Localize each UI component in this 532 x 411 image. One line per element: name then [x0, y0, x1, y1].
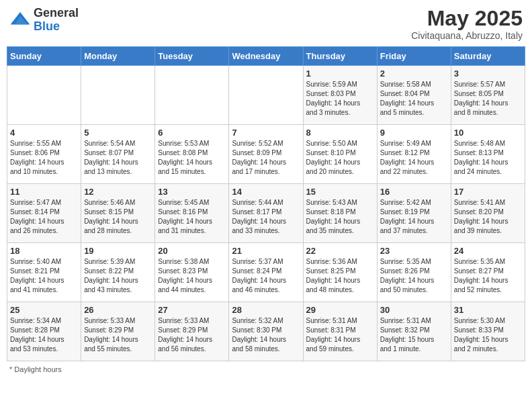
- day-number: 20: [158, 246, 226, 256]
- day-number: 7: [232, 128, 300, 138]
- day-number: 16: [380, 187, 448, 197]
- week-row-3: 11Sunrise: 5:47 AM Sunset: 8:14 PM Dayli…: [7, 184, 525, 243]
- calendar-cell: 13Sunrise: 5:45 AM Sunset: 8:16 PM Dayli…: [155, 184, 229, 243]
- calendar-cell: 24Sunrise: 5:35 AM Sunset: 8:27 PM Dayli…: [451, 243, 525, 302]
- week-row-4: 18Sunrise: 5:40 AM Sunset: 8:21 PM Dayli…: [7, 243, 525, 302]
- day-info: Sunrise: 5:40 AM Sunset: 8:21 PM Dayligh…: [10, 257, 78, 295]
- day-number: 19: [84, 246, 152, 256]
- day-info: Sunrise: 5:42 AM Sunset: 8:19 PM Dayligh…: [380, 198, 448, 236]
- day-number: 25: [10, 305, 78, 315]
- day-info: Sunrise: 5:54 AM Sunset: 8:07 PM Dayligh…: [84, 139, 152, 177]
- footer-text: Daylight hours: [14, 365, 61, 373]
- day-number: 31: [454, 305, 522, 315]
- day-number: 29: [306, 305, 374, 315]
- day-info: Sunrise: 5:39 AM Sunset: 8:22 PM Dayligh…: [84, 257, 152, 295]
- calendar-cell: 29Sunrise: 5:31 AM Sunset: 8:31 PM Dayli…: [303, 302, 377, 361]
- day-info: Sunrise: 5:37 AM Sunset: 8:24 PM Dayligh…: [232, 257, 300, 295]
- day-number: 3: [454, 68, 522, 79]
- calendar-cell: 5Sunrise: 5:54 AM Sunset: 8:07 PM Daylig…: [81, 125, 155, 184]
- day-number: 28: [232, 305, 300, 315]
- calendar-cell: 21Sunrise: 5:37 AM Sunset: 8:24 PM Dayli…: [229, 243, 303, 302]
- day-info: Sunrise: 5:35 AM Sunset: 8:27 PM Dayligh…: [454, 257, 522, 295]
- day-info: Sunrise: 5:59 AM Sunset: 8:03 PM Dayligh…: [306, 80, 374, 118]
- page-header: General Blue May 2025 Civitaquana, Abruz…: [7, 7, 525, 41]
- day-info: Sunrise: 5:49 AM Sunset: 8:12 PM Dayligh…: [380, 139, 448, 177]
- logo-blue-text: Blue: [34, 20, 79, 34]
- day-number: 5: [84, 128, 152, 138]
- footer-note: * Daylight hours: [7, 365, 525, 373]
- calendar-cell: 16Sunrise: 5:42 AM Sunset: 8:19 PM Dayli…: [377, 184, 451, 243]
- calendar-cell: 22Sunrise: 5:36 AM Sunset: 8:25 PM Dayli…: [303, 243, 377, 302]
- day-number: 8: [306, 128, 374, 138]
- day-number: 17: [454, 187, 522, 197]
- week-row-1: 1Sunrise: 5:59 AM Sunset: 8:03 PM Daylig…: [7, 66, 525, 125]
- calendar-cell: [229, 66, 303, 125]
- calendar-cell: [7, 66, 81, 125]
- calendar-cell: 23Sunrise: 5:35 AM Sunset: 8:26 PM Dayli…: [377, 243, 451, 302]
- day-info: Sunrise: 5:57 AM Sunset: 8:05 PM Dayligh…: [454, 80, 522, 118]
- weekday-header-row: SundayMondayTuesdayWednesdayThursdayFrid…: [7, 47, 525, 66]
- day-info: Sunrise: 5:43 AM Sunset: 8:18 PM Dayligh…: [306, 198, 374, 236]
- day-info: Sunrise: 5:36 AM Sunset: 8:25 PM Dayligh…: [306, 257, 374, 295]
- day-info: Sunrise: 5:30 AM Sunset: 8:33 PM Dayligh…: [454, 316, 522, 354]
- logo-general-text: General: [34, 7, 79, 20]
- calendar-cell: 25Sunrise: 5:34 AM Sunset: 8:28 PM Dayli…: [7, 302, 81, 361]
- calendar-cell: 20Sunrise: 5:38 AM Sunset: 8:23 PM Dayli…: [155, 243, 229, 302]
- week-row-5: 25Sunrise: 5:34 AM Sunset: 8:28 PM Dayli…: [7, 302, 525, 361]
- day-number: 12: [84, 187, 152, 197]
- calendar-cell: 19Sunrise: 5:39 AM Sunset: 8:22 PM Dayli…: [81, 243, 155, 302]
- day-info: Sunrise: 5:45 AM Sunset: 8:16 PM Dayligh…: [158, 198, 226, 236]
- calendar-cell: 27Sunrise: 5:33 AM Sunset: 8:29 PM Dayli…: [155, 302, 229, 361]
- day-number: 10: [454, 128, 522, 138]
- calendar-cell: 17Sunrise: 5:41 AM Sunset: 8:20 PM Dayli…: [451, 184, 525, 243]
- calendar-cell: [155, 66, 229, 125]
- calendar-cell: 10Sunrise: 5:48 AM Sunset: 8:13 PM Dayli…: [451, 125, 525, 184]
- calendar-cell: 31Sunrise: 5:30 AM Sunset: 8:33 PM Dayli…: [451, 302, 525, 361]
- calendar-cell: 6Sunrise: 5:53 AM Sunset: 8:08 PM Daylig…: [155, 125, 229, 184]
- day-number: 14: [232, 187, 300, 197]
- day-number: 24: [454, 246, 522, 256]
- day-info: Sunrise: 5:34 AM Sunset: 8:28 PM Dayligh…: [10, 316, 78, 354]
- calendar-cell: [81, 66, 155, 125]
- day-info: Sunrise: 5:31 AM Sunset: 8:32 PM Dayligh…: [380, 316, 448, 354]
- calendar-cell: 15Sunrise: 5:43 AM Sunset: 8:18 PM Dayli…: [303, 184, 377, 243]
- day-info: Sunrise: 5:44 AM Sunset: 8:17 PM Dayligh…: [232, 198, 300, 236]
- day-info: Sunrise: 5:31 AM Sunset: 8:31 PM Dayligh…: [306, 316, 374, 354]
- day-info: Sunrise: 5:33 AM Sunset: 8:29 PM Dayligh…: [84, 316, 152, 354]
- day-info: Sunrise: 5:48 AM Sunset: 8:13 PM Dayligh…: [454, 139, 522, 177]
- calendar-cell: 12Sunrise: 5:46 AM Sunset: 8:15 PM Dayli…: [81, 184, 155, 243]
- title-area: May 2025 Civitaquana, Abruzzo, Italy: [411, 7, 523, 41]
- weekday-header-wednesday: Wednesday: [229, 47, 303, 66]
- day-info: Sunrise: 5:38 AM Sunset: 8:23 PM Dayligh…: [158, 257, 226, 295]
- weekday-header-monday: Monday: [81, 47, 155, 66]
- day-number: 18: [10, 246, 78, 256]
- weekday-header-saturday: Saturday: [451, 47, 525, 66]
- logo-text: General Blue: [34, 7, 79, 34]
- day-number: 30: [380, 305, 448, 315]
- week-row-2: 4Sunrise: 5:55 AM Sunset: 8:06 PM Daylig…: [7, 125, 525, 184]
- logo-icon: [9, 9, 31, 31]
- calendar-cell: 11Sunrise: 5:47 AM Sunset: 8:14 PM Dayli…: [7, 184, 81, 243]
- day-info: Sunrise: 5:47 AM Sunset: 8:14 PM Dayligh…: [10, 198, 78, 236]
- calendar-cell: 2Sunrise: 5:58 AM Sunset: 8:04 PM Daylig…: [377, 66, 451, 125]
- day-info: Sunrise: 5:33 AM Sunset: 8:29 PM Dayligh…: [158, 316, 226, 354]
- day-info: Sunrise: 5:35 AM Sunset: 8:26 PM Dayligh…: [380, 257, 448, 295]
- calendar-cell: 18Sunrise: 5:40 AM Sunset: 8:21 PM Dayli…: [7, 243, 81, 302]
- day-info: Sunrise: 5:32 AM Sunset: 8:30 PM Dayligh…: [232, 316, 300, 354]
- location-subtitle: Civitaquana, Abruzzo, Italy: [411, 30, 523, 41]
- logo: General Blue: [9, 7, 79, 34]
- day-number: 2: [380, 68, 448, 79]
- calendar-cell: 26Sunrise: 5:33 AM Sunset: 8:29 PM Dayli…: [81, 302, 155, 361]
- weekday-header-thursday: Thursday: [303, 47, 377, 66]
- calendar-cell: 14Sunrise: 5:44 AM Sunset: 8:17 PM Dayli…: [229, 184, 303, 243]
- calendar-cell: 30Sunrise: 5:31 AM Sunset: 8:32 PM Dayli…: [377, 302, 451, 361]
- day-info: Sunrise: 5:52 AM Sunset: 8:09 PM Dayligh…: [232, 139, 300, 177]
- day-number: 15: [306, 187, 374, 197]
- day-info: Sunrise: 5:53 AM Sunset: 8:08 PM Dayligh…: [158, 139, 226, 177]
- day-number: 1: [306, 68, 374, 79]
- calendar-cell: 8Sunrise: 5:50 AM Sunset: 8:10 PM Daylig…: [303, 125, 377, 184]
- day-number: 4: [10, 128, 78, 138]
- weekday-header-tuesday: Tuesday: [155, 47, 229, 66]
- calendar-cell: 28Sunrise: 5:32 AM Sunset: 8:30 PM Dayli…: [229, 302, 303, 361]
- day-number: 23: [380, 246, 448, 256]
